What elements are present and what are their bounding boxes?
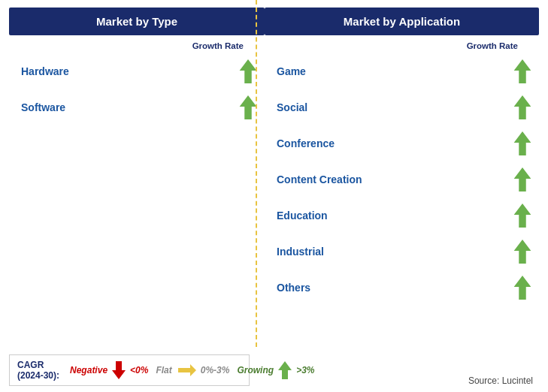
- legend-negative-label: Negative: [70, 365, 107, 375]
- svg-marker-9: [514, 204, 531, 228]
- left-panel: Market by Type Growth Rate Hardware Soft…: [9, 8, 265, 386]
- right-item-education: Education: [265, 198, 539, 234]
- svg-marker-11: [514, 276, 531, 300]
- game-arrow-up-icon: [512, 58, 533, 85]
- right-item-social: Social: [265, 89, 539, 125]
- legend-box: CAGR(2024-30): Negative <0% Flat 0%-3%: [9, 354, 250, 386]
- industrial-label: Industrial: [277, 246, 324, 258]
- svg-marker-3: [178, 364, 196, 376]
- source-label: Source: Lucintel: [265, 375, 539, 386]
- software-label: Software: [21, 101, 65, 113]
- right-item-conference: Conference: [265, 125, 539, 161]
- left-item-hardware: Hardware: [9, 53, 265, 89]
- right-panel-header: Market by Application: [265, 8, 539, 35]
- content-creation-arrow-up-icon: [512, 166, 533, 193]
- legend-negative-icon: [111, 360, 127, 381]
- conference-label: Conference: [277, 137, 335, 149]
- legend-negative: Negative <0%: [70, 360, 148, 381]
- right-growth-rate-label: Growth Rate: [265, 41, 539, 50]
- others-arrow-up-icon: [512, 274, 533, 301]
- svg-marker-6: [514, 95, 531, 119]
- left-panel-header: Market by Type: [9, 8, 265, 35]
- panels-container: Market by Type Growth Rate Hardware Soft…: [9, 8, 539, 386]
- others-label: Others: [277, 282, 310, 294]
- legend-flat-icon: [175, 362, 198, 378]
- left-growth-rate-label: Growth Rate: [9, 41, 265, 50]
- svg-marker-5: [514, 59, 531, 83]
- content-creation-label: Content Creation: [277, 173, 362, 185]
- cagr-label: CAGR(2024-30):: [17, 360, 59, 381]
- legend-flat: Flat 0%-3%: [156, 362, 229, 378]
- svg-marker-8: [514, 167, 531, 191]
- social-label: Social: [277, 101, 307, 113]
- svg-marker-7: [514, 131, 531, 155]
- left-item-software: Software: [9, 89, 265, 125]
- legend-flat-range: 0%-3%: [201, 365, 230, 375]
- svg-marker-2: [112, 361, 126, 379]
- education-arrow-up-icon: [512, 202, 533, 229]
- divider: [256, 0, 257, 347]
- right-item-content-creation: Content Creation: [265, 161, 539, 198]
- page-container: Market by Type Growth Rate Hardware Soft…: [0, 0, 548, 392]
- legend-negative-range: <0%: [130, 365, 148, 375]
- social-arrow-up-icon: [512, 94, 533, 121]
- right-item-others: Others: [265, 270, 539, 306]
- right-item-industrial: Industrial: [265, 234, 539, 270]
- svg-marker-0: [240, 59, 257, 83]
- svg-marker-1: [240, 95, 257, 119]
- right-item-game: Game: [265, 53, 539, 89]
- svg-marker-10: [514, 240, 531, 264]
- game-label: Game: [277, 65, 306, 77]
- industrial-arrow-up-icon: [512, 238, 533, 265]
- right-panel: Market by Application Growth Rate Game S…: [265, 8, 539, 386]
- education-label: Education: [277, 210, 328, 222]
- conference-arrow-up-icon: [512, 130, 533, 157]
- hardware-label: Hardware: [21, 65, 69, 77]
- legend-flat-label: Flat: [156, 365, 171, 375]
